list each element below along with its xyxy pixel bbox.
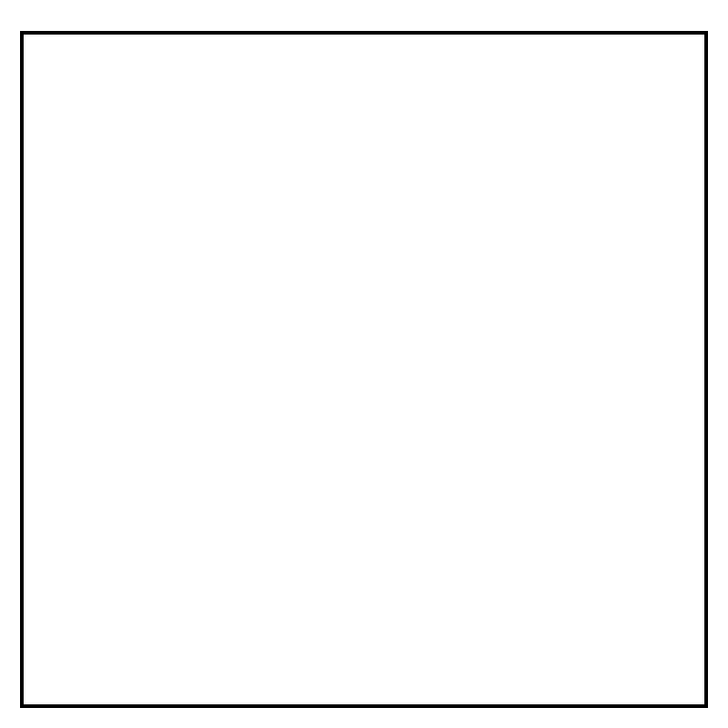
chart-container — [0, 0, 728, 728]
plot-frame — [20, 31, 708, 708]
bottleneck-curve — [24, 35, 704, 704]
